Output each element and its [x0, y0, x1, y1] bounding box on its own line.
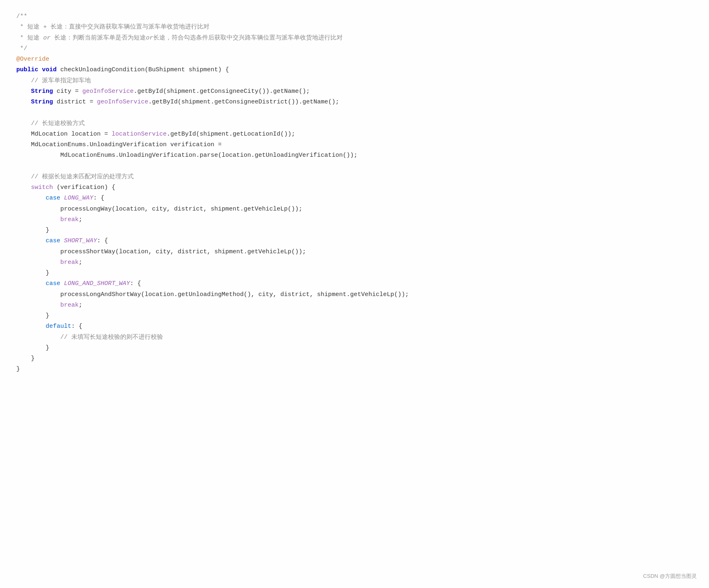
code-line-1: /**	[16, 11, 693, 22]
code-line-8: String city = geoInfoService.getById(shi…	[16, 86, 693, 97]
code-line-30: default: {	[16, 321, 693, 332]
code-line-5: @Override	[16, 54, 693, 65]
code-container: /** * 短途 + 长途：直接中交兴路获取车辆位置与派车单收货地进行比对 * …	[0, 0, 709, 570]
code-line-27: processLongAndShortWay(location.getUnloa…	[16, 290, 693, 300]
code-line-24: break;	[16, 257, 693, 268]
code-line-2: * 短途 + 长途：直接中交兴路获取车辆位置与派车单收货地进行比对	[16, 22, 693, 33]
code-line-21: }	[16, 225, 693, 236]
code-line-12: MdLocation location = locationService.ge…	[16, 129, 693, 140]
code-line-16: // 根据长短途来匹配对应的处理方式	[16, 172, 693, 182]
code-line-31: // 未填写长短途校验的则不进行校验	[16, 332, 693, 343]
code-line-10	[16, 108, 693, 118]
code-line-6: public void checkUnloadingCondition(BuSh…	[16, 65, 693, 75]
code-line-17: switch (verification) {	[16, 182, 693, 193]
code-line-34: }	[16, 364, 693, 375]
code-line-7: // 派车单指定卸车地	[16, 76, 693, 86]
code-line-4: */	[16, 44, 693, 54]
code-line-28: break;	[16, 300, 693, 311]
code-line-23: processShortWay(location, city, district…	[16, 247, 693, 257]
code-line-15	[16, 161, 693, 172]
code-line-33: }	[16, 353, 693, 364]
code-line-9: String district = geoInfoService.getById…	[16, 97, 693, 108]
code-line-3: * 短途 or 长途：判断当前派车单是否为短途or长途，符合勾选条件后获取中交兴…	[16, 33, 693, 44]
code-line-13: MdLocationEnums.UnloadingVerification ve…	[16, 140, 693, 150]
code-line-19: processLongWay(location, city, district,…	[16, 204, 693, 215]
code-line-29: }	[16, 311, 693, 321]
code-line-22: case SHORT_WAY: {	[16, 236, 693, 246]
code-line-25: }	[16, 268, 693, 279]
code-line-14: MdLocationEnums.UnloadingVerification.pa…	[16, 150, 693, 161]
code-line-20: break;	[16, 215, 693, 225]
code-line-26: case LONG_AND_SHORT_WAY: {	[16, 279, 693, 289]
watermark: CSDN @方圆想当图灵	[643, 572, 697, 581]
code-line-18: case LONG_WAY: {	[16, 193, 693, 204]
code-line-11: // 长短途校验方式	[16, 118, 693, 129]
code-line-32: }	[16, 343, 693, 353]
